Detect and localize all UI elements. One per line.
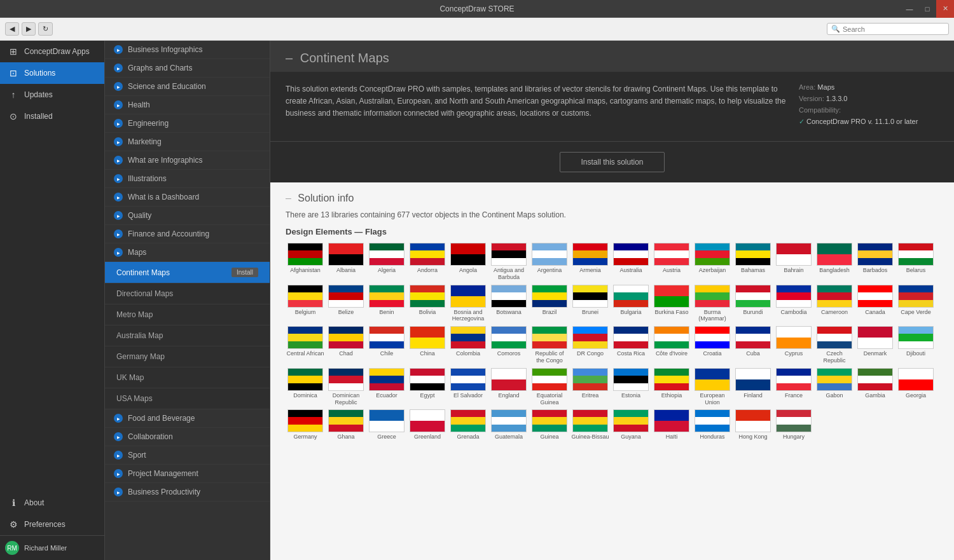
- flag-image: [817, 243, 852, 266]
- flag-name: Bosnia and Herzegovina: [449, 309, 487, 323]
- submenu-science-education[interactable]: Science and Education: [105, 78, 270, 96]
- svg-rect-79: [777, 292, 811, 300]
- submenu-quality[interactable]: Quality: [105, 207, 270, 225]
- svg-rect-76: [736, 292, 770, 300]
- flag-item: Guinea: [530, 409, 569, 440]
- submenu-what-is-dashboard[interactable]: What is a Dashboard: [105, 188, 270, 207]
- minimize-button[interactable]: —: [901, 0, 918, 18]
- svg-rect-27: [654, 258, 689, 266]
- flag-item: France: [774, 368, 813, 406]
- svg-rect-145: [410, 376, 445, 383]
- search-input[interactable]: [843, 25, 944, 33]
- submenu-food-beverage[interactable]: Food and Beverage: [105, 409, 270, 428]
- submenu-marketing[interactable]: Marketing: [105, 133, 270, 151]
- submenu-maps[interactable]: Maps: [105, 243, 270, 262]
- svg-rect-212: [777, 417, 811, 425]
- install-button[interactable]: Install: [232, 268, 258, 277]
- svg-rect-67: [614, 285, 648, 292]
- bullet-icon: [114, 229, 123, 238]
- submenu-directional-maps[interactable]: Directional Maps: [105, 283, 270, 304]
- svg-rect-33: [736, 258, 770, 266]
- flag-image: [572, 368, 608, 391]
- submenu-germany-map[interactable]: Germany Map: [105, 346, 270, 367]
- install-section: Install this solution: [270, 141, 954, 182]
- submenu-usa-maps[interactable]: USA Maps: [105, 388, 270, 409]
- flag-name: El Salvador: [453, 392, 483, 399]
- flag-item: Bosnia and Herzegovina: [448, 285, 488, 323]
- sidebar-item-about[interactable]: ℹ About: [0, 492, 104, 514]
- svg-rect-174: [858, 368, 892, 376]
- install-solution-button[interactable]: Install this solution: [560, 152, 664, 172]
- bullet-icon: [114, 82, 123, 91]
- submenu-continent-maps[interactable]: Continent Maps Install: [105, 262, 270, 283]
- submenu-illustrations[interactable]: Illustrations: [105, 170, 270, 188]
- title-dash: –: [286, 51, 293, 65]
- submenu-metro-map[interactable]: Metro Map: [105, 304, 270, 325]
- submenu-project-management[interactable]: Project Management: [105, 465, 270, 483]
- submenu-business-productivity[interactable]: Business Productivity: [105, 483, 270, 502]
- sidebar-item-preferences[interactable]: ⚙ Preferences: [0, 514, 104, 535]
- svg-rect-43: [899, 258, 933, 266]
- sidebar-item-updates[interactable]: ↑ Updates: [0, 84, 104, 106]
- sidebar-item-installed[interactable]: ⊙ Installed: [0, 106, 104, 127]
- svg-rect-208: [695, 425, 729, 432]
- submenu-collaboration[interactable]: Collaboration: [105, 428, 270, 446]
- sidebar-item-apps[interactable]: ⊞ ConceptDraw Apps: [0, 41, 104, 62]
- flag-item: Cambodia: [774, 285, 813, 323]
- flag-image: [776, 409, 812, 432]
- flag-name: Republic of the Congo: [530, 350, 569, 364]
- svg-rect-9: [410, 250, 445, 258]
- submenu-health[interactable]: Health: [105, 96, 270, 114]
- submenu-australia-map[interactable]: Australia Map: [105, 325, 270, 346]
- flag-image: [491, 243, 527, 266]
- svg-rect-159: [614, 376, 648, 383]
- flag-image: [817, 326, 852, 349]
- flag-item: Gabon: [815, 368, 854, 406]
- flag-name: Andorra: [417, 267, 438, 274]
- submenu-engineering[interactable]: Engineering: [105, 114, 270, 133]
- svg-rect-60: [492, 300, 526, 308]
- svg-rect-210: [736, 421, 770, 432]
- svg-rect-64: [573, 285, 607, 292]
- svg-rect-137: [288, 383, 322, 391]
- sidebar-item-solutions[interactable]: ⊡ Solutions: [0, 62, 104, 84]
- flag-item: Finland: [733, 368, 773, 406]
- flag-image: [491, 326, 527, 349]
- close-button[interactable]: ✕: [936, 0, 954, 18]
- svg-rect-189: [451, 409, 485, 417]
- panel-title: – Continent Maps: [286, 51, 939, 65]
- submenu-graphs-charts[interactable]: Graphs and Charts: [105, 59, 270, 78]
- flag-item: Estonia: [611, 368, 651, 406]
- flag-image: [735, 409, 771, 432]
- svg-rect-180: [288, 417, 322, 425]
- flag-image: [695, 368, 730, 391]
- flag-name: Egypt: [420, 392, 434, 399]
- submenu-finance-accounting[interactable]: Finance and Accounting: [105, 225, 270, 243]
- flag-name: Algeria: [378, 267, 396, 274]
- svg-rect-179: [288, 409, 322, 417]
- maximize-button[interactable]: □: [918, 0, 936, 18]
- flag-name: Bahamas: [741, 267, 765, 274]
- flag-item: Algeria: [367, 243, 406, 281]
- flag-item: England: [489, 368, 529, 406]
- svg-rect-181: [288, 425, 322, 432]
- svg-rect-135: [288, 368, 322, 376]
- flag-item: Argentina: [530, 243, 569, 281]
- submenu-business-infographics[interactable]: Business Infographics: [105, 41, 270, 59]
- submenu-uk-map[interactable]: UK Map: [105, 367, 270, 388]
- back-button[interactable]: ◀: [5, 22, 19, 36]
- refresh-button[interactable]: ↻: [38, 22, 53, 36]
- flag-image: [817, 368, 852, 391]
- flag-item: Belgium: [286, 285, 325, 323]
- flag-name: Equatorial Guinea: [530, 392, 569, 406]
- forward-button[interactable]: ▶: [22, 22, 36, 36]
- svg-rect-169: [777, 376, 811, 383]
- submenu-what-are-infographics[interactable]: What are Infographics: [105, 151, 270, 170]
- svg-rect-156: [573, 376, 607, 383]
- flag-name: Central African: [286, 350, 324, 357]
- flag-image: [898, 326, 934, 349]
- flag-item: Ecuador: [367, 368, 406, 406]
- svg-rect-184: [329, 425, 363, 432]
- submenu-sport[interactable]: Sport: [105, 446, 270, 465]
- svg-rect-203: [614, 425, 648, 432]
